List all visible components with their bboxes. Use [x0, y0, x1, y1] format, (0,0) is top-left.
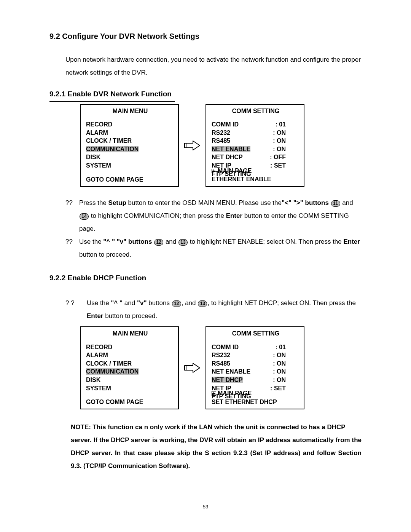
- menu-item-system: SYSTEM: [86, 161, 174, 170]
- instruction-list-921: ?? Press the Setup button to enter the O…: [65, 197, 362, 261]
- net-ip-val: : SET: [270, 161, 286, 170]
- inst-text: button to proceed.: [79, 251, 131, 258]
- ethernet-enable-foot: ETHERNET ENABLE: [212, 175, 271, 184]
- inst-text: Use the: [79, 238, 103, 245]
- menu-item-system: SYSTEM: [86, 384, 174, 393]
- comm-setting-box-2: COMM SETTING COMM ID: 01 RS232: ON RS485…: [206, 326, 304, 409]
- inst-bold: Setup: [108, 199, 126, 206]
- arrow-right-icon: [179, 140, 206, 151]
- main-page-label: MAIN PAGE: [218, 168, 252, 174]
- main-menu-box-2: MAIN MENU RECORD ALARM CLOCK / TIMER COM…: [80, 326, 179, 409]
- inst-text: to highlight NET ENABLE; select ON. Then…: [188, 238, 344, 245]
- inst-text: buttons: [147, 299, 171, 307]
- goto-comm-page: GOTO COMM PAGE: [86, 398, 143, 406]
- comm-id-val: : 01: [275, 343, 286, 351]
- bullet-icon: ? ?: [65, 297, 87, 323]
- main-menu-box-1: MAIN MENU RECORD ALARM CLOCK / TIMER COM…: [80, 104, 179, 187]
- rs485-val: : ON: [273, 137, 286, 145]
- net-enable-val: : ON: [273, 367, 286, 376]
- inst-bold: "<" ">" buttons: [282, 199, 329, 206]
- inst-text: , and: [182, 299, 198, 307]
- rs485-label: RS485: [212, 359, 230, 368]
- key-badge-12: 12: [172, 300, 181, 307]
- key-badge-11: 11: [331, 200, 340, 207]
- menu-item-communication-hl: COMMUNICATION: [86, 146, 139, 152]
- key-badge-14: 14: [80, 213, 89, 220]
- inst-text: Use the: [87, 299, 111, 307]
- main-page-label: MAIN PAGE: [218, 390, 252, 396]
- menu-item-clock: CLOCK / TIMER: [86, 137, 174, 145]
- subsection-heading-922: 9.2.2 Enable DHCP Function: [49, 273, 148, 286]
- menu-item-disk: DISK: [86, 376, 174, 384]
- menu-item-clock: CLOCK / TIMER: [86, 359, 174, 368]
- inst-text: and: [123, 299, 137, 307]
- inst-bold: Enter: [343, 238, 360, 245]
- inst-text: and: [342, 199, 353, 206]
- rs485-val: : ON: [273, 359, 286, 368]
- rs232-val: : ON: [273, 129, 286, 137]
- intro-paragraph: Upon network hardware connection, you ne…: [65, 53, 362, 79]
- net-dhcp-val: : OFF: [270, 153, 286, 161]
- bullet-icon: ??: [65, 197, 79, 235]
- net-enable-label-hl: NET ENABLE: [212, 146, 250, 152]
- inst-text: and: [164, 238, 178, 245]
- menu-item-communication-hl: COMMUNICATION: [86, 368, 139, 375]
- inst-bold: Enter: [226, 212, 242, 219]
- note-line: NOTE: This function ca n only work if th…: [71, 423, 346, 431]
- inst-text: to highlight COMMUNICATION; then press t…: [89, 212, 226, 219]
- inst-text: button to enter the OSD MAIN MENU. Pleas…: [126, 199, 282, 206]
- section-heading: 9.2 Configure Your DVR Network Settings: [49, 30, 362, 42]
- note-paragraph: NOTE: This function ca n only work if th…: [49, 421, 362, 473]
- net-enable-val: : ON: [273, 145, 286, 153]
- net-dhcp-label: NET DHCP: [212, 153, 243, 161]
- key-badge-12: 12: [154, 239, 163, 246]
- comm-id-label: COMM ID: [212, 120, 239, 129]
- instruction-list-922: ? ? Use the "^ " and "v" buttons 12, and…: [65, 297, 362, 323]
- comm-id-val: : 01: [275, 120, 286, 129]
- menu-item-alarm: ALARM: [86, 351, 174, 359]
- net-dhcp-label-hl: NET DHCP: [212, 377, 243, 383]
- rs485-label: RS485: [212, 137, 230, 145]
- menu-diagram-1: MAIN MENU RECORD ALARM CLOCK / TIMER COM…: [80, 104, 362, 187]
- key-badge-13: 13: [178, 239, 188, 246]
- plus-box-icon: [212, 391, 216, 396]
- net-enable-label: NET ENABLE: [212, 367, 250, 376]
- set-ethernet-dhcp-foot: SET ETHERNET DHCP: [212, 398, 277, 406]
- menu-item-record: RECORD: [86, 343, 174, 351]
- key-badge-13: 13: [198, 300, 207, 307]
- comm-id-label: COMM ID: [212, 343, 239, 351]
- main-menu-title: MAIN MENU: [86, 329, 174, 338]
- plus-box-icon: [212, 169, 216, 173]
- inst-bold: "^ ": [111, 299, 123, 307]
- inst-bold: "^ " "v" buttons: [103, 238, 152, 245]
- menu-diagram-2: MAIN MENU RECORD ALARM CLOCK / TIMER COM…: [80, 326, 362, 409]
- menu-item-alarm: ALARM: [86, 129, 174, 137]
- bullet-icon: ??: [65, 235, 79, 261]
- main-menu-title: MAIN MENU: [86, 107, 174, 115]
- net-dhcp-val: : ON: [273, 376, 286, 384]
- comm-setting-box-1: COMM SETTING COMM ID: 01 RS232: ON RS485…: [206, 104, 304, 187]
- rs232-val: : ON: [273, 351, 286, 359]
- rs232-label: RS232: [212, 129, 230, 137]
- inst-text: Press the: [79, 199, 108, 206]
- goto-comm-page: GOTO COMM PAGE: [86, 176, 143, 184]
- inst-bold: "v": [137, 299, 147, 307]
- comm-setting-title: COMM SETTING: [212, 107, 300, 115]
- inst-text: button to proceed.: [103, 312, 157, 320]
- inst-text: , to highlight NET DHCP; select ON. Then…: [207, 299, 356, 307]
- menu-item-record: RECORD: [86, 120, 174, 129]
- note-line: server. If the DHCP server is working, t…: [71, 434, 362, 473]
- page-number: 53: [49, 503, 362, 511]
- arrow-right-icon: [179, 362, 206, 374]
- inst-bold: Enter: [87, 312, 103, 320]
- rs232-label: RS232: [212, 351, 230, 359]
- comm-setting-title: COMM SETTING: [212, 329, 300, 338]
- menu-item-disk: DISK: [86, 153, 174, 161]
- subsection-heading-921: 9.2.1 Enable DVR Network Function: [49, 89, 175, 102]
